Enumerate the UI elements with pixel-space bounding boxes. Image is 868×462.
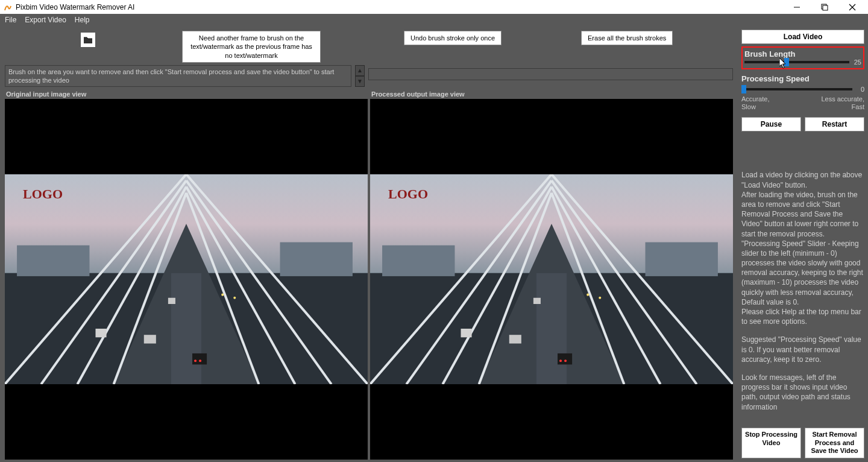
svg-point-26 [233,297,236,299]
speed-labels: Accurate, Slow Less accurate, Fast [741,95,864,111]
help-paragraph-1: Load a video by clicking on the above "L… [741,170,864,326]
original-view-header: Original input image view [5,89,368,99]
close-button[interactable] [840,0,864,14]
restart-button[interactable]: Restart [805,117,864,131]
processing-speed-slider[interactable] [741,88,852,90]
brush-length-highlight: Brush Length 25 [741,46,864,69]
svg-point-45 [559,359,562,362]
watermark-logo-text-output: LOGO [388,186,428,202]
brush-length-value: 25 [852,59,861,66]
help-paragraph-2: Suggested "Processing Speed" value is 0.… [741,335,864,364]
spinner-down-icon[interactable]: ▼ [355,76,365,87]
main-area: Need another frame to brush on the text/… [0,26,738,462]
svg-rect-40 [558,353,572,364]
less-accurate-fast-label: Less accurate, Fast [821,95,864,111]
need-another-frame-button[interactable]: Need another frame to brush on the text/… [182,31,321,63]
spinner-up-icon[interactable]: ▲ [355,65,365,76]
svg-rect-18 [192,353,207,364]
svg-point-24 [199,359,201,362]
pause-button[interactable]: Pause [741,117,801,131]
processing-speed-value: 0 [855,86,864,93]
help-paragraph-3: Look for messages, left of the progress … [741,373,864,412]
right-panel: Load Video Brush Length 25 Processing Sp… [738,26,868,462]
app-title: Pixbim Video Watermark Remover AI [16,3,781,11]
help-text: Load a video by clicking on the above "L… [741,170,864,425]
accurate-slow-label: Accurate, Slow [741,95,769,111]
menu-export-video[interactable]: Export Video [25,16,66,24]
load-video-button[interactable]: Load Video [741,30,864,44]
svg-rect-20 [96,329,107,337]
instruction-text: Brush on the area you want to remove and… [5,65,351,87]
brush-length-slider-thumb[interactable] [784,58,789,66]
menu-file[interactable]: File [5,16,16,24]
watermark-logo-text: LOGO [23,186,63,202]
svg-rect-19 [168,298,175,304]
progress-bar [368,68,733,80]
original-view: Original input image view [5,89,368,460]
open-file-button[interactable] [80,32,96,48]
svg-rect-21 [280,242,353,276]
brush-length-label: Brush Length [744,49,861,59]
svg-rect-8 [171,273,201,384]
brush-length-slider[interactable] [744,61,849,63]
titlebar: Pixbim Video Watermark Remover AI [0,0,868,14]
svg-point-23 [194,359,197,362]
processed-view: Processed output image view [370,89,733,460]
menu-help[interactable]: Help [75,16,90,24]
undo-brush-button[interactable]: Undo brush stroke only once [404,31,502,45]
spinner[interactable]: ▲ ▼ [355,65,365,87]
svg-rect-22 [17,245,89,276]
stop-processing-button[interactable]: Stop Processing Video [741,428,801,458]
processed-view-header: Processed output image view [370,89,733,99]
instruction-row: Brush on the area you want to remove and… [2,65,735,87]
svg-rect-30 [536,273,567,384]
processing-speed-slider-thumb[interactable] [741,85,746,93]
app-logo-icon [4,3,12,11]
original-canvas[interactable]: LOGO [5,99,368,460]
processing-speed-label: Processing Speed [741,74,864,83]
svg-rect-17 [144,335,156,343]
menubar: File Export Video Help [0,14,868,26]
svg-point-48 [599,297,601,299]
start-removal-button[interactable]: Start Removal Process and Save the Video [805,428,864,458]
svg-point-47 [587,293,589,296]
svg-rect-44 [382,245,454,276]
svg-rect-42 [461,329,472,337]
svg-rect-43 [646,242,718,276]
processed-image: LOGO [370,174,733,384]
content: Need another frame to brush on the text/… [0,26,868,462]
svg-point-46 [564,359,567,362]
svg-rect-39 [509,335,521,343]
svg-rect-41 [533,298,541,304]
erase-all-brush-button[interactable]: Erase all the brush strokes [581,31,673,45]
svg-point-25 [221,293,224,296]
svg-rect-2 [823,5,828,10]
toolbar-row: Need another frame to brush on the text/… [2,28,735,63]
maximize-button[interactable] [813,0,837,14]
minimize-button[interactable] [785,0,809,14]
original-image: LOGO [5,174,368,384]
views-row: Original input image view [2,89,735,460]
bottom-buttons: Stop Processing Video Start Removal Proc… [741,428,864,458]
processed-canvas: LOGO [370,99,733,460]
